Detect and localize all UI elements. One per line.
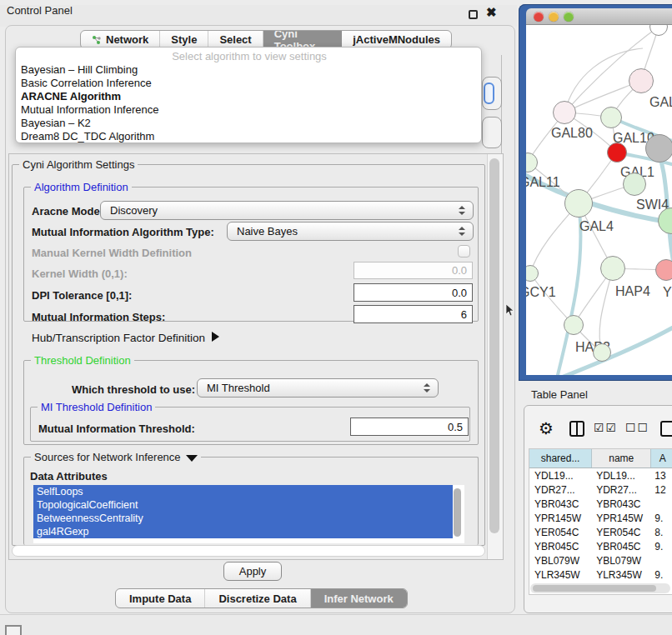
network-node[interactable] <box>593 343 611 362</box>
table-row[interactable]: YER054CYER054C8. <box>529 525 672 539</box>
columns-icon[interactable] <box>569 421 584 437</box>
kernel-width-field[interactable]: 0.0 <box>354 262 473 279</box>
network-window-titlebar[interactable] <box>526 8 672 25</box>
column-header-shared-name[interactable]: shared... <box>529 449 592 468</box>
sources-group-title[interactable]: Sources for Network Inference <box>31 451 201 463</box>
table-row[interactable]: YBR043CYBR043C <box>529 497 672 511</box>
settings-hscrollbar[interactable] <box>12 545 485 557</box>
tab-style[interactable]: Style <box>160 31 208 48</box>
network-node[interactable] <box>623 172 646 196</box>
bottom-left-panel-icon[interactable] <box>5 625 22 635</box>
algorithm-dropdown-list: Bayesian – Hill ClimbingBasic Correlatio… <box>21 63 478 143</box>
network-node[interactable] <box>645 134 672 162</box>
close-panel-icon[interactable]: ✖ <box>486 5 497 20</box>
manual-kernel-width-checkbox[interactable] <box>458 245 470 258</box>
network-node[interactable] <box>629 68 654 93</box>
attributes-list-scrollbar[interactable] <box>454 488 461 537</box>
apply-button[interactable]: Apply <box>223 562 282 581</box>
tab-select[interactable]: Select <box>208 31 263 48</box>
tab-network[interactable]: Network <box>81 31 160 48</box>
algorithm-dropdown[interactable]: Select algorithm to view settings Bayesi… <box>15 47 482 143</box>
table-cell: 9. <box>651 541 672 552</box>
attribute-list-item[interactable]: TopologicalCoefficient <box>33 498 453 512</box>
node-label: GAL11 <box>526 175 560 190</box>
zoom-traffic-light-icon[interactable] <box>564 12 574 22</box>
mi-steps-field[interactable]: 6 <box>354 305 473 323</box>
tab-discretize-data[interactable]: Discretize Data <box>205 589 310 608</box>
algorithm-option[interactable]: Bayesian – Hill Climbing <box>21 63 478 77</box>
network-node[interactable] <box>600 256 625 281</box>
dpi-tolerance-field[interactable]: 0.0 <box>354 283 473 302</box>
network-node[interactable] <box>655 259 672 281</box>
network-node[interactable] <box>526 152 538 172</box>
table-cell: YBR043C <box>529 498 592 510</box>
tab-jactive-label: jActiveMNodules <box>353 33 440 46</box>
hub-tf-definition-toggle[interactable]: Hub/Transcription Factor Definition <box>32 332 219 344</box>
algorithm-option[interactable]: Bayesian – K2 <box>21 117 478 130</box>
mi-algorithm-type-combo[interactable]: Naive Bayes <box>227 222 474 241</box>
tab-impute-data[interactable]: Impute Data <box>116 589 205 608</box>
network-node[interactable] <box>649 25 668 36</box>
table-row[interactable]: YDR27...YDR27...12 <box>529 482 672 497</box>
table-cell: YPR145W <box>592 512 651 524</box>
table-row[interactable]: YBR045CYBR045C9. <box>529 539 672 553</box>
table-cell: YBR045C <box>592 541 651 552</box>
table-body: YDL19...YDL19...13YDR27...YDR27...12YBR0… <box>529 468 672 595</box>
column-header-name[interactable]: name <box>592 449 651 468</box>
control-panel-title: Control Panel <box>7 4 73 17</box>
table-cell: YDL19... <box>529 470 592 482</box>
minimize-traffic-light-icon[interactable] <box>549 12 559 22</box>
table-cell: YLR345W <box>529 569 592 581</box>
network-node[interactable] <box>607 142 627 162</box>
settings-vscrollbar-thumb[interactable] <box>489 158 499 533</box>
dpi-tolerance-value: 0.0 <box>452 287 467 299</box>
mi-threshold-definition-title: MI Threshold Definition <box>38 401 155 413</box>
tab-cyni-toolbox[interactable]: Cyni Toolbox <box>263 31 343 48</box>
network-node[interactable] <box>600 107 622 128</box>
algorithm-option[interactable]: Mutual Information Inference <box>21 103 478 117</box>
table-function-icon[interactable] <box>660 421 672 437</box>
node-label: GCY1 <box>526 285 556 300</box>
tab-infer-network[interactable]: Infer Network <box>311 589 407 608</box>
table-hscrollbar-thumb[interactable] <box>533 585 656 592</box>
hidden-combo-focus-ring <box>484 82 494 104</box>
table-row[interactable]: YDL19...YDL19...13 <box>529 468 672 482</box>
clear-all-checks-icon[interactable]: ☐☐ <box>625 421 649 434</box>
node-label: GAL80 <box>551 126 593 141</box>
float-panel-icon[interactable] <box>469 10 478 19</box>
tab-impute-label: Impute Data <box>129 592 191 605</box>
which-threshold-combo[interactable]: MI Threshold <box>197 378 439 398</box>
table-row[interactable]: YPR145WYPR145W9. <box>529 511 672 525</box>
table-panel-title: Table Panel <box>531 388 588 401</box>
table-cell: 8. <box>651 527 672 538</box>
mi-threshold-value: 0.5 <box>448 421 463 433</box>
table-cell: YBR045C <box>529 541 592 552</box>
network-canvas[interactable]: GALGAL80GAL10GAL1GAL11SWI4GAL4GCY1HAP4YH… <box>526 25 672 375</box>
algorithm-definition-title: Algorithm Definition <box>31 181 132 193</box>
tab-jactivemodules[interactable]: jActiveMNodules <box>342 31 451 48</box>
algorithm-option[interactable]: Dream8 DC_TDC Algorithm <box>21 130 478 143</box>
table-row[interactable]: YBL079WYBL079W <box>529 553 672 568</box>
table-row[interactable]: YLR345WYLR345W9. <box>529 568 672 582</box>
network-node[interactable] <box>564 315 584 335</box>
which-threshold-value: MI Threshold <box>207 382 270 394</box>
data-attributes-label: Data Attributes <box>30 470 108 482</box>
attribute-list-item[interactable]: SelfLoops <box>33 485 453 498</box>
mi-threshold-field[interactable]: 0.5 <box>350 418 469 436</box>
algorithm-option[interactable]: ARACNE Algorithm <box>21 90 478 103</box>
aracne-mode-combo[interactable]: Discovery <box>100 201 474 220</box>
gear-icon[interactable]: ⚙ <box>539 418 554 438</box>
data-attributes-list[interactable]: SelfLoopsTopologicalCoefficientBetweenne… <box>33 485 464 543</box>
select-all-checks-icon[interactable]: ☑☑ <box>594 421 618 434</box>
attribute-list-item[interactable]: BetweennessCentrality <box>33 512 453 525</box>
close-traffic-light-icon[interactable] <box>534 12 544 22</box>
algorithm-option[interactable]: Basic Correlation Inference <box>21 77 478 90</box>
table-cell: YBL079W <box>592 555 651 567</box>
network-node[interactable] <box>526 265 539 282</box>
column-header-partial[interactable]: A <box>651 449 672 468</box>
tab-discretize-label: Discretize Data <box>218 592 296 605</box>
network-node[interactable] <box>564 189 593 218</box>
node-label: Y <box>663 285 672 300</box>
attribute-list-item[interactable]: gal4RGexp <box>33 525 453 538</box>
network-node[interactable] <box>553 101 576 124</box>
